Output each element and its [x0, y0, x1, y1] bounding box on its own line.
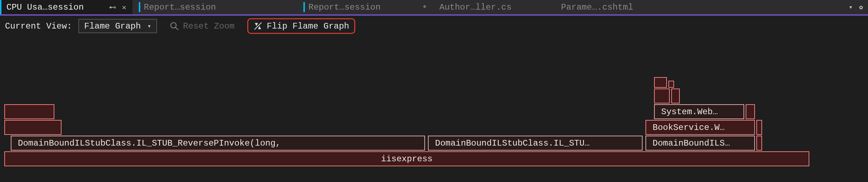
reset-zoom-button[interactable]: Reset Zoom	[164, 18, 241, 34]
window-options-icon[interactable]: ✿	[859, 3, 863, 11]
tab-label: Report…session	[144, 2, 293, 12]
flip-icon	[253, 21, 263, 31]
flame-toolbar: Current View: Flame Graph ▾ Reset Zoom F…	[0, 16, 868, 36]
flame-frame[interactable]	[746, 104, 755, 119]
flame-frame[interactable]	[4, 104, 54, 119]
tab-label: Report…session	[308, 2, 417, 12]
tabs-overflow-icon[interactable]: ▾	[849, 3, 853, 11]
tab-label: Parame….cshtml	[561, 2, 672, 12]
document-tabstrip: CPU Usa…session ⊷ ✕ Report…session Repor…	[0, 0, 868, 16]
flame-frame[interactable]	[668, 81, 674, 88]
tab-report-session-1[interactable]: Report…session	[132, 0, 297, 14]
flame-frame-label: iisexpress	[381, 154, 433, 164]
flame-frame[interactable]	[654, 89, 670, 103]
accent-bar	[139, 2, 140, 12]
flame-frame[interactable]: DomainBoundILStubClass.IL_STUB_ReversePI…	[11, 136, 425, 151]
reset-zoom-label: Reset Zoom	[183, 21, 235, 31]
flip-flame-graph-button[interactable]: Flip Flame Graph	[247, 18, 355, 34]
flame-frame[interactable]	[756, 120, 762, 135]
chevron-down-icon: ▾	[147, 22, 151, 30]
tabstrip-tools: ▾ ✿	[844, 0, 868, 14]
tab-label: CPU Usa…session	[6, 2, 105, 12]
accent-bar	[303, 2, 305, 12]
current-view-label: Current View:	[5, 21, 72, 31]
tab-label: Author…ller.cs	[439, 2, 550, 12]
flame-frame-label: System.Web…	[661, 107, 718, 117]
magnifier-icon	[170, 21, 179, 31]
flame-frame-label: BookService.W…	[653, 123, 725, 132]
svg-line-1	[175, 27, 178, 30]
current-view-select[interactable]: Flame Graph ▾	[78, 19, 157, 33]
tab-cpu-usage-session[interactable]: CPU Usa…session ⊷ ✕	[0, 0, 132, 14]
flame-frame-label: DomainBoundILStubClass.IL_STUB_ReversePI…	[18, 138, 281, 148]
flame-frame[interactable]: DomainBoundILStubClass.IL_STU…	[428, 136, 643, 151]
close-icon[interactable]: ✕	[120, 3, 128, 12]
dirty-indicator-icon: •	[421, 4, 429, 10]
flame-frame[interactable]	[671, 89, 680, 103]
current-view-value: Flame Graph	[84, 21, 141, 31]
flip-label: Flip Flame Graph	[267, 21, 349, 31]
flame-frame-label: DomainBoundILS…	[653, 138, 730, 148]
tab-parameters-cshtml[interactable]: Parame….cshtml	[555, 0, 676, 14]
tab-author-controller[interactable]: Author…ller.cs	[433, 0, 555, 14]
flame-frame-label: DomainBoundILStubClass.IL_STU…	[435, 138, 590, 148]
svg-point-0	[171, 22, 176, 28]
flame-frame[interactable]: System.Web…	[654, 104, 744, 119]
flame-frame[interactable]	[4, 120, 62, 135]
pin-icon[interactable]: ⊷	[109, 3, 117, 12]
flame-frame-root[interactable]: iisexpress	[4, 151, 809, 166]
tab-report-session-2[interactable]: Report…session •	[297, 0, 433, 14]
flame-frame[interactable]: DomainBoundILS…	[645, 136, 755, 151]
flame-frame[interactable]: BookService.W…	[645, 120, 755, 135]
flame-graph[interactable]: iisexpress DomainBoundILStubClass.IL_STU…	[0, 36, 868, 181]
flame-frame[interactable]	[654, 77, 667, 88]
flame-frame[interactable]	[756, 136, 762, 151]
